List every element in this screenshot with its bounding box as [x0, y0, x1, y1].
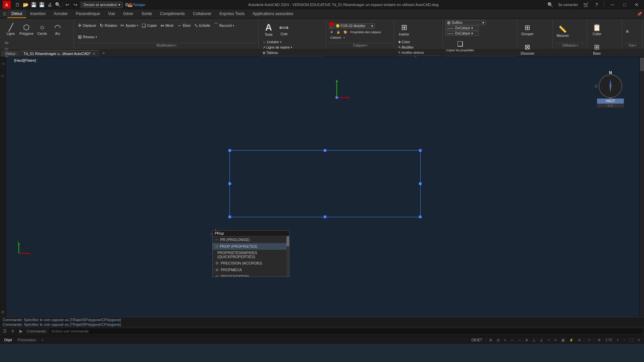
qs-button[interactable]: ⚡ [568, 338, 575, 342]
raccord-button[interactable]: ⌒ Raccord ▾ [212, 21, 235, 30]
layer-dropdown[interactable]: FOR-02-Mobilier ▾ [334, 23, 375, 28]
polygone-button[interactable]: ⬡ Polygone [19, 20, 34, 39]
undo-button[interactable]: ↩ [63, 1, 71, 9]
reseau-button[interactable]: ⊞ Réseau ▾ [76, 33, 98, 41]
handle-top-left[interactable] [228, 149, 231, 152]
ligne-button[interactable]: ╱ Ligne [3, 20, 18, 39]
ajuster-button[interactable]: ✂ Ajuster ▾ [119, 21, 140, 30]
mesurer-button[interactable]: 📏 Mesurer [555, 22, 570, 41]
zoom-out-button[interactable]: − [622, 338, 627, 342]
grouper-button[interactable]: ⊞ Grouper [520, 20, 535, 39]
lw-button[interactable]: ═ [553, 338, 558, 342]
freeze-button[interactable]: ❄ [329, 30, 334, 35]
color-button[interactable]: 🎨 [342, 30, 348, 35]
autocomplete-input-field[interactable] [215, 231, 287, 235]
status-presentation-button[interactable]: Présentation [16, 338, 38, 342]
tab-gerer[interactable]: Gérer [119, 10, 138, 18]
ligne-repere-button[interactable]: ↗ Ligne de repère ▾ [261, 45, 293, 50]
lock-button[interactable]: 🔒 [335, 30, 341, 35]
otrack-button[interactable]: △ [531, 338, 537, 342]
vue-btn1[interactable]: ⊞ [625, 27, 630, 35]
ducs-button[interactable]: ∠ [539, 338, 544, 342]
new-file-button[interactable]: 🗋 [13, 1, 21, 9]
isolate-button[interactable]: ☉ [586, 338, 592, 342]
minimize-button[interactable]: ─ [608, 1, 617, 8]
tab-vue[interactable]: Vue [104, 10, 119, 18]
handle-top-center[interactable] [324, 149, 326, 152]
3dosnap-button[interactable]: ⊕ [524, 338, 529, 342]
rotation-button[interactable]: ↻ Rotation [98, 21, 118, 30]
grid-button[interactable]: ⊞ [488, 338, 493, 342]
workspace-status-button[interactable]: ⚙ [596, 338, 602, 342]
vue-group-label[interactable]: Vue ▾ [625, 43, 640, 48]
status-objet-button[interactable]: Objet [3, 338, 13, 342]
tab-annoter[interactable]: Annoter [50, 10, 72, 18]
save-button[interactable]: 💾 [30, 1, 38, 9]
tab-debut-file[interactable]: Début [1, 51, 19, 57]
autocomplete-scrollbar[interactable] [286, 236, 289, 277]
right-scrollbar[interactable] [639, 57, 644, 317]
handle-middle-left[interactable] [228, 182, 231, 185]
creer-button[interactable]: ✚ Créer [397, 40, 426, 45]
scroll-thumb[interactable] [640, 58, 644, 71]
cmd-menu-button[interactable]: ☰ [1, 328, 8, 335]
lineaire-button[interactable]: ↔ Linéaire ▾ [261, 40, 293, 45]
ac-item-pr[interactable]: ─ PR (PROLONGE) [213, 236, 289, 243]
ac-item-proprapides[interactable]: PROPRIETESRAPIDES (QUICKPROPERTIES) [213, 250, 289, 260]
ortho-button[interactable]: ≡ [503, 338, 507, 342]
print-button[interactable]: 🖨 [46, 1, 54, 9]
bloc-dropdown[interactable]: DuBloc ▾ [445, 20, 486, 25]
echelle-button[interactable]: ⤡ Echelle [193, 21, 212, 30]
sidebar-btn2[interactable]: ▷ [0, 70, 6, 80]
tab-apps[interactable]: Applications associées [249, 10, 297, 18]
coller-button[interactable]: 📋 Coller [590, 20, 604, 39]
calque-prop-button[interactable]: Propriétés des calques [349, 30, 383, 35]
shop-button[interactable]: 🛒 [582, 1, 590, 9]
copier-button[interactable]: ❑ Copier [140, 21, 158, 30]
modifier-attr-button[interactable]: ✎ Modifier attributs [397, 50, 426, 55]
snap-button[interactable]: ⊟ [495, 338, 501, 342]
add-tab-button[interactable]: + [40, 338, 45, 342]
tab-insertion[interactable]: Insertion [26, 10, 50, 18]
inserer-button[interactable]: ⊞ Insérer [397, 20, 412, 39]
drawing-rectangle[interactable] [229, 150, 421, 217]
cercle-button[interactable]: ○ Cercle [35, 20, 50, 39]
help-button[interactable]: ? [593, 1, 601, 9]
tab-add-button[interactable]: + [100, 49, 108, 57]
ac-item-precision[interactable]: ⊕ PRECISION (ACCROBJ) [213, 260, 289, 266]
open-file-button[interactable]: 📂 [21, 1, 30, 9]
ac-item-propmeca[interactable]: ⊕ PROPMECA [213, 266, 289, 273]
utils-group-label[interactable]: Utilitaires ▾ [555, 43, 585, 48]
canvas-area[interactable]: [Haut][Filaire] [6, 57, 644, 317]
ribbon-pin-button[interactable]: 📌 [636, 11, 643, 17]
ac-item-prop[interactable]: ≡ PROP (PROPRIETES) [213, 243, 289, 250]
tab-debut[interactable]: Début [7, 10, 26, 18]
save-as-button[interactable]: 💾 [38, 1, 46, 9]
tab-close-icon[interactable]: ✕ [93, 52, 95, 56]
handle-bottom-left[interactable] [228, 216, 231, 218]
line-type-dropdown[interactable]: —— DuCalque ▾ [445, 25, 479, 31]
polar-button[interactable]: ↔ [509, 338, 515, 342]
cote-button[interactable]: ⟺ Cote [277, 20, 291, 39]
modifier-bloc-button[interactable]: ✎ Modifier [397, 45, 426, 50]
close-button[interactable]: ✕ [632, 1, 641, 8]
print-preview-button[interactable]: 🔍 [54, 1, 62, 9]
tab-sortie[interactable]: Sortie [138, 10, 156, 18]
osnap-button[interactable]: ○ [517, 338, 522, 342]
modification-group-label[interactable]: Modification ▾ [76, 43, 256, 48]
account-button[interactable]: Se connecter [557, 1, 579, 9]
tableau-button[interactable]: ⊞ Tableau [261, 50, 293, 55]
tab-express[interactable]: Express Tools [215, 10, 248, 18]
cmd-action-button[interactable]: ▶ [17, 328, 24, 335]
share-button[interactable]: 📤 Partager [132, 1, 141, 9]
search-button[interactable]: 🔍 [546, 1, 554, 9]
handle-top-right[interactable] [419, 149, 422, 152]
fullscreen-button[interactable]: ⛶ [629, 338, 635, 342]
etirer-button[interactable]: ↔ Étirer [176, 21, 192, 30]
redo-button[interactable]: ↪ [71, 1, 79, 9]
dissocier-button[interactable]: ⊠ Dissocier [520, 40, 535, 58]
tab-main-file[interactable]: Td_01 Réaménager u...tilisant AutoCAD* ✕ [19, 50, 99, 57]
line-weight-dropdown[interactable]: —— DuCalque ▾ [445, 31, 479, 36]
customize-button[interactable]: ≡ [637, 338, 641, 342]
maximize-button[interactable]: □ [620, 1, 629, 8]
